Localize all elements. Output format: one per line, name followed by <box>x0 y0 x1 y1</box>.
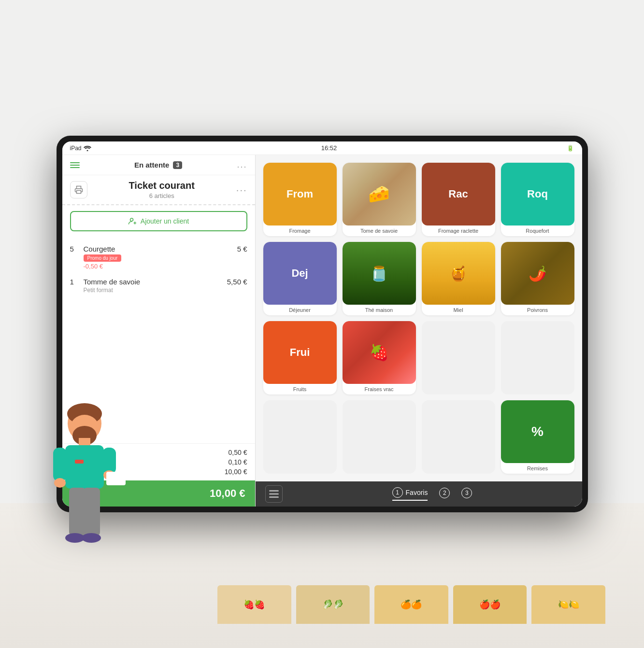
ticket-subtitle: 6 articles <box>87 192 236 199</box>
item-description: Petit format <box>84 287 223 294</box>
svg-rect-23 <box>269 496 279 498</box>
item-price: 5,50 € <box>227 278 247 286</box>
product-card-fraises[interactable]: 🍓 Fraises vrac <box>343 321 416 394</box>
card-label: Roquefort <box>501 225 574 236</box>
card-label: Fraises vrac <box>343 384 416 394</box>
product-grid: From Fromage 🧀 Tome de savoie <box>256 155 582 481</box>
svg-point-16 <box>86 150 88 151</box>
item-price: 5 € <box>237 245 247 253</box>
fruit-box: 🍎🍎 <box>453 585 527 624</box>
left-header: En attente 3 ... <box>62 155 255 175</box>
product-card-empty <box>263 400 337 474</box>
bottom-navigation: 1 Favoris 2 3 <box>256 481 582 507</box>
total-value: 0,50 € <box>229 449 247 456</box>
clock: 16:52 <box>321 144 337 152</box>
status-left: iPad <box>70 145 91 152</box>
svg-rect-7 <box>102 448 116 474</box>
app-wrapper: iPad 16:52 🔋 <box>0 0 644 648</box>
nav-tab-favoris[interactable]: 1 Favoris <box>392 487 428 501</box>
main-content: En attente 3 ... <box>62 155 582 507</box>
nav-tab-2[interactable]: 2 <box>439 488 450 500</box>
card-short-label: % <box>528 420 547 443</box>
item-name-area: Tomme de savoie Petit format <box>84 278 223 294</box>
svg-point-8 <box>54 478 66 488</box>
product-card-fruits[interactable]: Frui Fruits <box>263 321 337 394</box>
total-value: 0,10 € <box>229 458 247 466</box>
ticket-more-button[interactable]: ··· <box>236 184 247 196</box>
person-illustration <box>36 397 133 580</box>
item-name-area: Courgette Promo du jour -0,50 € <box>84 245 233 270</box>
card-label: Miel <box>422 305 495 315</box>
status-bar: iPad 16:52 🔋 <box>62 141 582 155</box>
fruit-box: 🍓🍓 <box>217 585 291 624</box>
svg-rect-5 <box>65 445 104 489</box>
item-quantity: 5 <box>70 245 80 253</box>
product-card-the-maison[interactable]: 🫙 Thé maison <box>343 242 416 315</box>
product-card-fromage[interactable]: From Fromage <box>263 163 337 236</box>
card-label: Tome de savoie <box>343 225 416 236</box>
product-card-poivrons[interactable]: 🌶️ Poivrons <box>501 242 574 315</box>
add-client-icon <box>128 217 137 225</box>
ticket-title: Ticket courant <box>87 180 236 191</box>
add-client-label: Ajouter un client <box>141 217 189 225</box>
item-name: Courgette <box>84 245 233 253</box>
item-quantity: 1 <box>70 278 80 286</box>
svg-rect-11 <box>75 460 84 464</box>
status-right: 🔋 <box>567 145 574 152</box>
card-short-label: Rac <box>444 184 472 204</box>
tab-number: 2 <box>439 488 450 498</box>
card-label: Poivrons <box>501 305 574 315</box>
card-short-label: Roq <box>523 184 552 204</box>
device-label: iPad <box>70 145 82 152</box>
svg-rect-13 <box>83 488 100 536</box>
product-card-empty <box>343 400 416 474</box>
battery-icon: 🔋 <box>567 145 574 152</box>
order-item[interactable]: 1 Tomme de savoie Petit format 5,50 € <box>62 274 255 297</box>
checkout-amount: 10,00 € <box>210 487 245 500</box>
tab-number: 1 <box>392 487 403 498</box>
right-panel: From Fromage 🧀 Tome de savoie <box>256 155 582 507</box>
card-label: Fruits <box>263 384 337 394</box>
order-item[interactable]: 5 Courgette Promo du jour -0,50 € 5 € <box>62 241 255 274</box>
svg-rect-17 <box>76 191 81 194</box>
tab-number: 3 <box>461 488 472 498</box>
nav-tabs: 1 Favoris 2 3 <box>292 487 572 501</box>
nav-tab-3[interactable]: 3 <box>461 488 472 500</box>
svg-rect-21 <box>269 490 279 492</box>
add-client-button[interactable]: Ajouter un client <box>70 211 247 231</box>
card-label: Remises <box>501 463 574 474</box>
hamburger-menu[interactable] <box>70 162 80 168</box>
list-icon <box>269 490 279 498</box>
product-card-remises[interactable]: % Remises <box>501 400 574 474</box>
card-short-label: Dej <box>287 263 312 283</box>
ticket-header-row: Ticket courant 6 articles ··· <box>62 175 255 205</box>
print-icon <box>74 185 83 194</box>
svg-point-18 <box>130 218 133 221</box>
more-options-button[interactable]: ... <box>237 160 247 170</box>
svg-rect-10 <box>106 472 126 485</box>
card-label: Fromage raclette <box>422 225 495 236</box>
product-card-empty <box>422 400 495 474</box>
card-short-label: Frui <box>286 342 314 363</box>
fruit-box: 🥬🥬 <box>296 585 370 624</box>
print-button[interactable] <box>70 181 87 198</box>
product-card-dejeuner[interactable]: Dej Déjeuner <box>263 242 337 315</box>
ticket-info: Ticket courant 6 articles <box>87 180 236 199</box>
bottom-fruit-boxes: 🍓🍓 🥬🥬 🍊🍊 🍎🍎 🍋🍋 <box>217 576 605 624</box>
item-name: Tomme de savoie <box>84 278 223 286</box>
product-card-tome[interactable]: 🧀 Tome de savoie <box>343 163 416 236</box>
tab-label: Favoris <box>406 489 428 496</box>
nav-list-icon[interactable] <box>265 485 283 503</box>
product-card-raclette[interactable]: Rac Fromage raclette <box>422 163 495 236</box>
svg-rect-22 <box>269 493 279 495</box>
card-short-label: From <box>283 184 317 204</box>
pending-badge: 3 <box>173 161 182 169</box>
product-card-roquefort[interactable]: Roq Roquefort <box>501 163 574 236</box>
tablet-screen: iPad 16:52 🔋 <box>62 141 582 507</box>
card-label: Thé maison <box>343 305 416 315</box>
tablet-frame: iPad 16:52 🔋 <box>57 136 588 512</box>
product-card-miel[interactable]: 🍯 Miel <box>422 242 495 315</box>
en-attente-section: En attente 3 <box>134 161 182 169</box>
svg-rect-6 <box>53 448 67 481</box>
total-value: 10,00 € <box>225 468 247 476</box>
